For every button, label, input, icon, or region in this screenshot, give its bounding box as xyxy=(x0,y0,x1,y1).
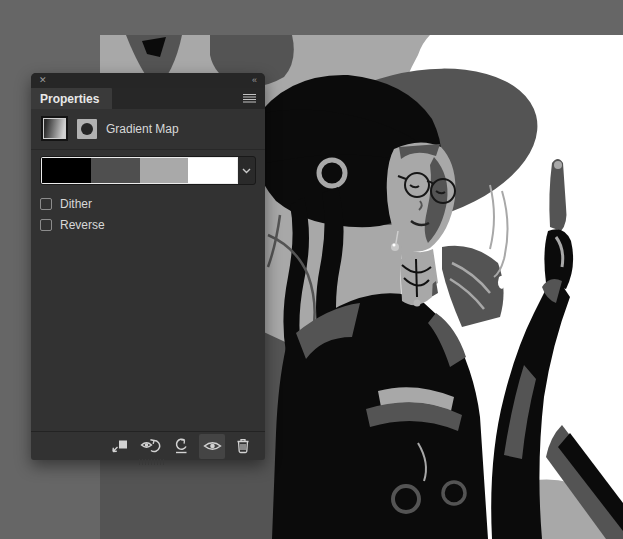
gradient-dropdown-button[interactable] xyxy=(238,157,255,184)
tab-properties[interactable]: Properties xyxy=(31,88,112,109)
reverse-checkbox[interactable] xyxy=(40,219,52,231)
dither-checkbox[interactable] xyxy=(40,198,52,210)
gradient-step[interactable] xyxy=(42,158,91,183)
gradient-step[interactable] xyxy=(188,158,237,183)
panel-menu-button[interactable] xyxy=(234,88,265,109)
clip-to-layer-button[interactable] xyxy=(106,434,132,459)
adjustment-header-row: Gradient Map xyxy=(31,109,265,150)
properties-panel: ✕ « Properties Gradient Map xyxy=(31,73,265,460)
gradient-steps xyxy=(41,157,238,184)
gradient-picker[interactable] xyxy=(40,156,256,185)
reverse-option-row[interactable]: Reverse xyxy=(31,215,265,235)
panel-tab-row: Properties xyxy=(31,88,265,109)
toggle-visibility-button[interactable] xyxy=(199,434,225,459)
panel-titlebar[interactable]: ✕ « xyxy=(31,73,265,88)
delete-adjustment-button[interactable] xyxy=(230,434,256,459)
gradient-step[interactable] xyxy=(91,158,140,183)
collapse-panel-icon[interactable]: « xyxy=(252,76,257,85)
view-previous-state-icon xyxy=(140,437,161,455)
chevron-down-icon xyxy=(242,168,251,174)
reverse-label: Reverse xyxy=(60,218,105,232)
mask-thumbnail-icon[interactable] xyxy=(77,119,97,139)
dither-label: Dither xyxy=(60,197,92,211)
hamburger-menu-icon xyxy=(243,94,256,103)
panel-resize-grip[interactable] xyxy=(139,459,165,465)
toggle-visibility-eye-icon xyxy=(203,437,222,455)
dither-option-row[interactable]: Dither xyxy=(31,194,265,214)
reset-adjustment-icon xyxy=(172,437,190,455)
close-icon[interactable]: ✕ xyxy=(39,76,47,85)
reset-adjustment-button[interactable] xyxy=(168,434,194,459)
view-previous-state-button[interactable] xyxy=(137,434,163,459)
panel-body: Gradient Map Dither Reverse xyxy=(31,109,265,460)
gradient-step[interactable] xyxy=(140,158,189,183)
panel-empty-space xyxy=(31,235,265,431)
panel-toolbar xyxy=(31,431,265,460)
gradient-thumbnail-icon[interactable] xyxy=(43,118,66,139)
clip-to-layer-icon xyxy=(110,437,129,455)
adjustment-title: Gradient Map xyxy=(106,122,179,136)
delete-adjustment-trash-icon xyxy=(234,437,252,455)
